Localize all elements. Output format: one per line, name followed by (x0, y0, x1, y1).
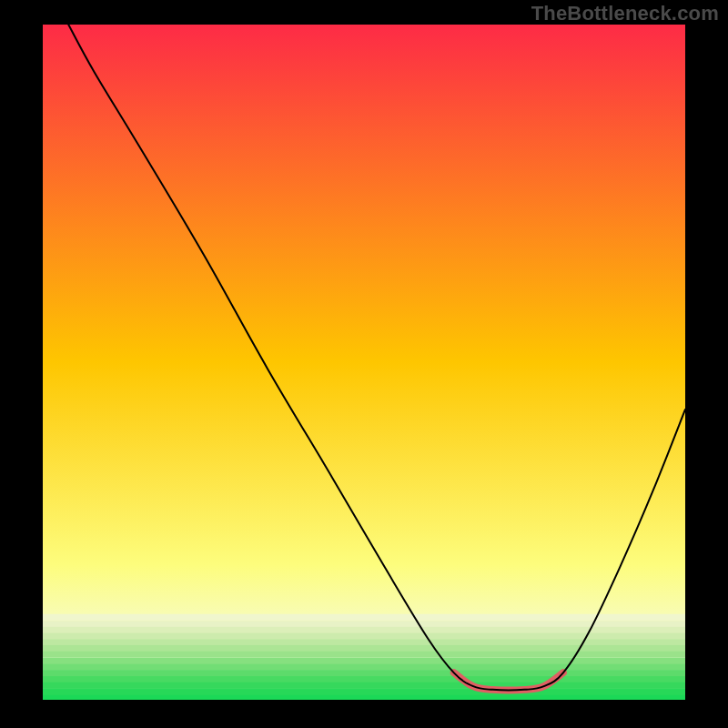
bottom-stripe (43, 621, 685, 627)
bottom-stripe (43, 664, 685, 671)
watermark-text: TheBottleneck.com (531, 2, 719, 25)
bottom-stripe (43, 676, 685, 682)
bottom-stripe (43, 695, 685, 700)
bottom-stripe (43, 670, 685, 676)
bottom-stripe (43, 645, 685, 652)
bottom-stripe (43, 658, 685, 664)
bottom-stripe (43, 689, 685, 695)
chart-frame: TheBottleneck.com (0, 0, 728, 728)
bottom-stripe (43, 614, 685, 621)
bottom-stripe (43, 652, 685, 658)
bottom-stripe (43, 639, 685, 645)
chart-svg (43, 25, 685, 700)
chart-background (43, 25, 685, 700)
bottom-stripe (43, 682, 685, 689)
chart-plot-area (43, 25, 685, 700)
